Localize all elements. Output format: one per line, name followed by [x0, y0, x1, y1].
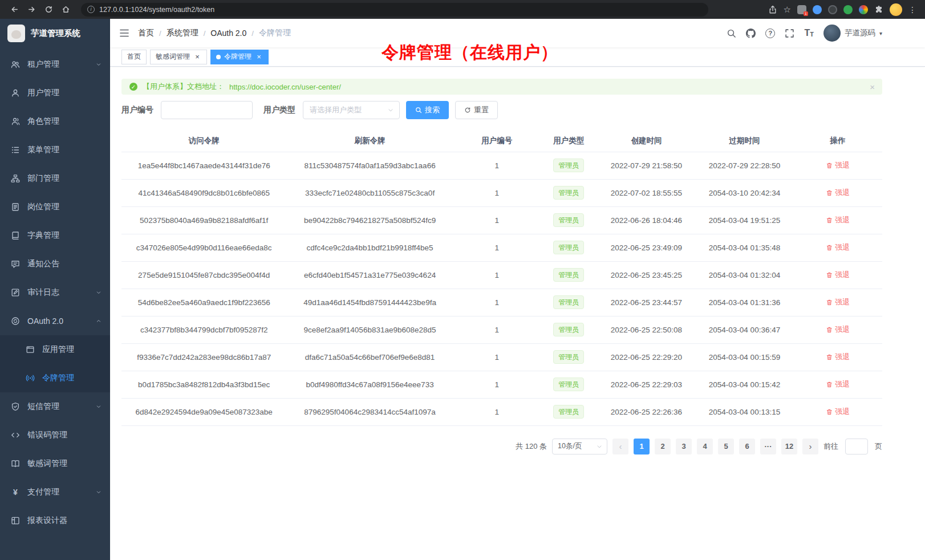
table-row: 54d6be82ee5a460a9aedc1f9bf223656 49d1aa4… — [121, 289, 882, 316]
sidebar-item-dictionary[interactable]: 字典管理 — [0, 221, 110, 250]
force-logout-button[interactable]: 强退 — [826, 215, 850, 225]
access-token-cell: f9336e7c7dd242a283ee98dc86b17a87 — [121, 343, 286, 371]
page-button-12[interactable]: 12 — [781, 439, 797, 455]
user-type-badge: 管理员 — [553, 350, 584, 364]
user-type-label: 用户类型 — [263, 105, 295, 115]
action-cell: 强退 — [793, 398, 882, 425]
user-avatar — [823, 25, 841, 42]
force-logout-button[interactable]: 强退 — [826, 188, 850, 198]
user-type-select[interactable]: 请选择用户类型 — [303, 101, 400, 119]
browser-home-button[interactable] — [58, 2, 73, 17]
font-size-icon[interactable]: TT — [804, 29, 814, 38]
sidebar-item-menu[interactable]: 菜单管理 — [0, 136, 110, 164]
sidebar-item-user[interactable]: 用户管理 — [0, 79, 110, 107]
sidebar-item-label: 岗位管理 — [27, 202, 59, 212]
breadcrumb-oauth[interactable]: OAuth 2.0 — [210, 29, 246, 38]
browser-profile-avatar[interactable] — [890, 3, 902, 16]
sidebar-item-error-code[interactable]: 错误码管理 — [0, 421, 110, 449]
doc-link[interactable]: https://doc.iocoder.cn/user-center/ — [229, 83, 341, 91]
browser-forward-button[interactable] — [24, 2, 39, 17]
extension-icon-dark[interactable] — [828, 5, 837, 14]
tab-token-management[interactable]: 令牌管理 × — [210, 50, 269, 64]
table-row: 502375b8040a469a9b82188afdf6af1f be90422… — [121, 206, 882, 234]
page-button-6[interactable]: 6 — [739, 439, 755, 455]
extension-icon-gray[interactable]: 1 — [797, 5, 806, 14]
sidebar-item-report-designer[interactable]: 报表设计器 — [0, 506, 110, 535]
sidebar-item-label: 用户管理 — [27, 88, 59, 98]
sidebar-item-tenant[interactable]: 租户管理 — [0, 50, 110, 79]
sidebar-item-payment[interactable]: ¥ 支付管理 — [0, 478, 110, 506]
sidebar-item-token-management[interactable]: 令牌管理 — [0, 364, 110, 392]
bookmark-star-icon[interactable]: ☆ — [784, 5, 791, 14]
share-icon[interactable] — [768, 5, 777, 14]
tab-home[interactable]: 首页 — [121, 50, 147, 64]
extension-icon-green[interactable] — [843, 5, 853, 14]
reset-button[interactable]: 重置 — [455, 101, 498, 119]
sidebar-item-notice[interactable]: 通知公告 — [0, 250, 110, 278]
breadcrumb-home[interactable]: 首页 — [138, 28, 154, 38]
sidebar-item-department[interactable]: 部门管理 — [0, 164, 110, 193]
app-logo[interactable]: 芋道管理系统 — [0, 19, 110, 47]
force-logout-button[interactable]: 强退 — [826, 270, 850, 280]
address-bar[interactable]: i 127.0.0.1:1024/system/oauth2/token — [81, 3, 708, 17]
force-logout-button[interactable]: 强退 — [826, 297, 850, 307]
site-info-icon[interactable]: i — [87, 6, 95, 13]
extension-icon-colorful[interactable] — [859, 5, 868, 14]
extensions-puzzle-icon[interactable] — [874, 5, 883, 14]
help-icon[interactable]: ? — [765, 29, 775, 38]
browser-menu-icon[interactable]: ⋮ — [908, 5, 916, 14]
user-id-input[interactable] — [161, 101, 253, 119]
sidebar-item-sensitive-word[interactable]: 敏感词管理 — [0, 449, 110, 478]
force-logout-button[interactable]: 强退 — [826, 379, 850, 389]
page-button-2[interactable]: 2 — [655, 439, 671, 455]
goto-suffix: 页 — [875, 441, 882, 452]
force-logout-button[interactable]: 强退 — [826, 352, 850, 362]
page-button-4[interactable]: 4 — [697, 439, 713, 455]
table-header-row: 访问令牌 刷新令牌 用户编号 用户类型 创建时间 过期时间 操作 — [121, 130, 882, 152]
search-button[interactable]: 搜索 — [406, 101, 449, 119]
page-button-5[interactable]: 5 — [718, 439, 734, 455]
chevron-down-icon — [596, 443, 603, 450]
more-pages-button[interactable]: ··· — [760, 439, 776, 455]
fullscreen-icon[interactable] — [785, 29, 794, 38]
browser-reload-button[interactable] — [41, 2, 56, 17]
alert-close-icon[interactable]: × — [870, 82, 875, 92]
force-logout-button[interactable]: 强退 — [826, 242, 850, 253]
force-logout-button[interactable]: 强退 — [826, 407, 850, 417]
sidebar-item-post[interactable]: 岗位管理 — [0, 193, 110, 221]
search-form: 用户编号 用户类型 请选择用户类型 搜索 重置 — [121, 101, 882, 119]
prev-page-button[interactable]: ‹ — [612, 439, 628, 455]
page-button-3[interactable]: 3 — [676, 439, 692, 455]
close-icon[interactable]: × — [255, 53, 263, 61]
close-icon[interactable]: × — [193, 53, 201, 61]
sidebar-item-audit-log[interactable]: 审计日志 — [0, 278, 110, 307]
page-size-select[interactable]: 10条/页 — [552, 439, 607, 455]
sidebar-item-oauth2[interactable]: OAuth 2.0 — [0, 307, 110, 335]
next-page-button[interactable]: › — [802, 439, 818, 455]
department-icon — [11, 174, 20, 183]
sidebar-item-app-management[interactable]: 应用管理 — [0, 335, 110, 364]
sidebar-toggle-icon[interactable] — [119, 28, 129, 38]
user-menu[interactable]: 芋道源码 ▾ — [823, 25, 882, 42]
github-icon[interactable] — [746, 29, 756, 38]
breadcrumb-system[interactable]: 系统管理 — [167, 28, 198, 38]
expire-time-cell: 2022-07-29 22:28:50 — [696, 152, 793, 179]
search-icon[interactable] — [727, 29, 736, 38]
user-type-cell: 管理员 — [541, 206, 597, 234]
force-logout-button[interactable]: 强退 — [826, 160, 850, 171]
sidebar-item-sms[interactable]: 短信管理 — [0, 392, 110, 421]
extension-icon-blue[interactable] — [813, 5, 822, 14]
sidebar-item-label: 字典管理 — [27, 230, 59, 241]
page-button-1[interactable]: 1 — [634, 439, 650, 455]
sidebar-item-role[interactable]: 角色管理 — [0, 107, 110, 136]
goto-page-input[interactable] — [845, 439, 868, 455]
force-logout-label: 强退 — [835, 324, 850, 335]
browser-back-button[interactable] — [7, 2, 22, 17]
chevron-up-icon — [95, 318, 102, 324]
select-placeholder: 请选择用户类型 — [310, 105, 362, 115]
action-cell: 强退 — [793, 371, 882, 398]
force-logout-button[interactable]: 强退 — [826, 324, 850, 335]
tab-sensitive-word[interactable]: 敏感词管理 × — [150, 50, 207, 64]
logo-avatar — [7, 25, 25, 42]
sidebar-menu: 租户管理 用户管理 角色管理 菜单管理 部门管理 岗位管理 — [0, 47, 110, 535]
